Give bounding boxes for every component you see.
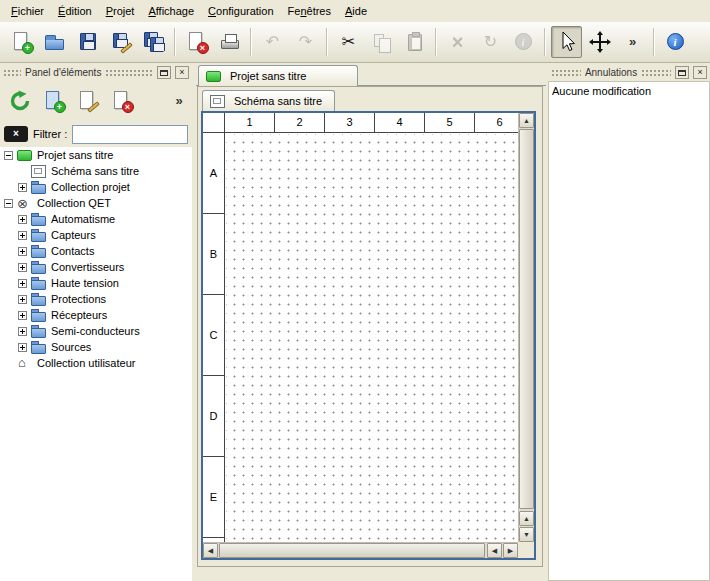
expander-minus-icon[interactable] — [4, 151, 13, 160]
tree-item-protections[interactable]: Protections — [0, 291, 192, 307]
expander-plus-icon[interactable] — [18, 311, 27, 320]
expander-plus-icon[interactable] — [18, 231, 27, 240]
menu-item-edition[interactable]: Édition — [51, 1, 99, 21]
rotate-button[interactable]: ↻ — [475, 26, 506, 58]
horizontal-scrollbar[interactable]: ◀ ◀ ▶ — [203, 542, 518, 558]
expander-plus-icon[interactable] — [18, 215, 27, 224]
select-tool-button[interactable] — [551, 26, 582, 58]
expander-plus-icon[interactable] — [18, 263, 27, 272]
float-icon — [678, 70, 686, 76]
save-all-button[interactable] — [138, 26, 169, 58]
chevron-icon: » — [167, 89, 191, 113]
column-header-3: 3 — [325, 113, 375, 132]
pan-tool-button[interactable] — [584, 26, 615, 58]
new-doc-icon: + — [10, 30, 34, 54]
new-element-button[interactable]: + — [38, 85, 69, 118]
expander-plus-icon[interactable] — [18, 247, 27, 256]
about-qet-button[interactable]: i — [660, 26, 691, 58]
project-window: Schéma sans titre 123456 ABCDE ▲ ▲ ▼ ◀ ◀… — [197, 86, 543, 567]
menu-item-affichage[interactable]: Affichage — [141, 1, 201, 21]
expander-plus-icon[interactable] — [18, 343, 27, 352]
print-icon — [218, 30, 242, 54]
tree-item-convertisseurs[interactable]: Convertisseurs — [0, 259, 192, 275]
schema-view: 123456 ABCDE ▲ ▲ ▼ ◀ ◀ ▶ — [201, 111, 536, 560]
open-project-button[interactable] — [39, 26, 70, 58]
elements-panel: Panel d'éléments × +×» × Filtrer : Proje… — [0, 64, 192, 581]
menu-item-fenetres[interactable]: Fenêtres — [281, 1, 338, 21]
tree-item-contacts[interactable]: Contacts — [0, 243, 192, 259]
filter-row: × Filtrer : — [0, 121, 192, 147]
filter-input[interactable] — [72, 125, 188, 144]
undo-panel: Annulations × Aucune modification — [548, 64, 710, 581]
undo-icon: ↶ — [261, 30, 285, 54]
expander-plus-icon[interactable] — [18, 295, 27, 304]
expander-minus-icon[interactable] — [4, 199, 13, 208]
vertical-scrollbar[interactable]: ▲ ▲ ▼ — [518, 113, 534, 542]
tree-item-label: Sources — [50, 341, 91, 353]
row-header-e: E — [203, 457, 224, 538]
tree-item-sources[interactable]: Sources — [0, 339, 192, 355]
schema-icon — [31, 165, 46, 177]
tree-item-collection-utilisateur[interactable]: Collection utilisateur — [0, 355, 192, 371]
scroll-left-button[interactable]: ◀ — [487, 543, 502, 558]
tree-item-automatisme[interactable]: Automatisme — [0, 211, 192, 227]
expander-plus-icon[interactable] — [18, 183, 27, 192]
tree-item-capteurs[interactable]: Capteurs — [0, 227, 192, 243]
close-panel-button[interactable]: × — [693, 66, 707, 79]
delete-button[interactable]: × — [442, 26, 473, 58]
tree-item-label: Schéma sans titre — [50, 165, 139, 177]
tab-project[interactable]: Projet sans titre — [198, 65, 358, 86]
tree-item-collection-qet[interactable]: Collection QET — [0, 195, 192, 211]
redo-button[interactable]: ↷ — [290, 26, 321, 58]
scroll-up-button[interactable]: ▲ — [519, 511, 534, 526]
copy-button[interactable] — [366, 26, 397, 58]
vertical-scroll-thumb[interactable] — [519, 129, 534, 509]
panel-toolbar-extension-button[interactable]: » — [170, 85, 188, 118]
paste-button[interactable] — [399, 26, 430, 58]
float-panel-button[interactable] — [675, 66, 689, 79]
print-button[interactable] — [214, 26, 245, 58]
new-project-button[interactable]: + — [6, 26, 37, 58]
scroll-left-button[interactable]: ◀ — [203, 543, 218, 558]
edit-element-button[interactable] — [72, 85, 103, 118]
save-button[interactable] — [72, 26, 103, 58]
menu-item-fichier[interactable]: Fichier — [4, 1, 51, 21]
tree-item-projet-sans-titre[interactable]: Projet sans titre — [0, 147, 192, 163]
tree-item-label: Récepteurs — [50, 309, 107, 321]
menu-item-configuration[interactable]: Configuration — [201, 1, 280, 21]
float-panel-button[interactable] — [157, 66, 171, 79]
scroll-right-button[interactable]: ▶ — [503, 543, 518, 558]
cut-button[interactable]: ✂ — [333, 26, 364, 58]
row-header: ABCDE — [203, 133, 225, 542]
scroll-down-button[interactable]: ▼ — [519, 527, 534, 542]
menu-item-aide[interactable]: Aide — [338, 1, 374, 21]
tree-item-collection-projet[interactable]: Collection projet — [0, 179, 192, 195]
close-file-icon: × — [185, 30, 209, 54]
tab-schema[interactable]: Schéma sans titre — [202, 90, 335, 111]
folder-icon — [31, 293, 46, 305]
cut-icon: ✂ — [337, 30, 361, 54]
toolbar-extension-button[interactable]: » — [617, 26, 648, 58]
tree-item-recepteurs[interactable]: Récepteurs — [0, 307, 192, 323]
expander-plus-icon[interactable] — [18, 327, 27, 336]
reload-collections-button[interactable] — [4, 85, 35, 118]
scrollbar-corner — [518, 542, 534, 558]
expander-plus-icon[interactable] — [18, 279, 27, 288]
undo-button[interactable]: ↶ — [257, 26, 288, 58]
scroll-up-button[interactable]: ▲ — [519, 113, 534, 128]
clear-filter-button[interactable]: × — [4, 126, 28, 142]
qet-icon — [17, 197, 32, 209]
menu-item-projet[interactable]: Projet — [99, 1, 142, 21]
close-panel-button[interactable]: × — [175, 66, 189, 79]
tree-item-schema-sans-titre[interactable]: Schéma sans titre — [0, 163, 192, 179]
tree-item-haute-tension[interactable]: Haute tension — [0, 275, 192, 291]
horizontal-scroll-thumb[interactable] — [219, 543, 485, 558]
close-project-button[interactable]: × — [181, 26, 212, 58]
tree-item-label: Collection utilisateur — [36, 357, 135, 369]
tree-item-semi-conducteurs[interactable]: Semi-conducteurs — [0, 323, 192, 339]
project-tab-bar: Projet sans titre — [196, 64, 546, 86]
project-properties-button[interactable]: i — [508, 26, 539, 58]
save-as-button[interactable] — [105, 26, 136, 58]
schema-canvas[interactable] — [226, 134, 518, 542]
delete-element-button[interactable]: × — [106, 85, 137, 118]
